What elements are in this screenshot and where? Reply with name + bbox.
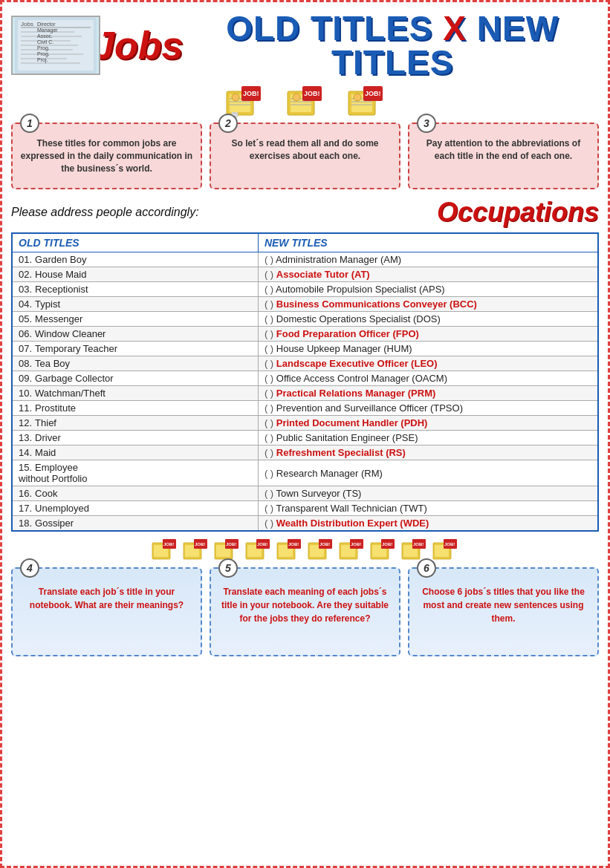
- old-title-cell: 05.Messenger: [12, 312, 258, 327]
- row-number: 13.: [19, 432, 32, 443]
- new-title-cell: ( ) Town Surveyor (TS): [258, 486, 598, 501]
- bottom-box-num-6: 6: [417, 558, 436, 578]
- page: Jobs Director Manager Assoc. Civil C. Pr…: [0, 0, 610, 868]
- old-title-cell: 17.Unemployed: [12, 501, 258, 516]
- bottom-box-5: 5 Translate each meaning of each jobs´s …: [210, 567, 400, 656]
- new-title-cell: ( ) Business Communications Conveyer (BC…: [258, 297, 598, 312]
- newspaper-icon-3: JOB!: [347, 85, 386, 118]
- new-title-cell: ( ) Refreshment Specialist (RS): [258, 446, 598, 460]
- svg-text:Proj.: Proj.: [37, 57, 48, 63]
- bottom-box-num-4: 4: [20, 558, 39, 578]
- svg-text:Manager: Manager: [37, 27, 58, 33]
- old-title-cell: 10.Watchman/Theft: [12, 386, 258, 401]
- bottom-news-5: JOB!: [276, 539, 303, 561]
- row-number: 15.: [19, 462, 32, 473]
- bracket: ( ): [265, 254, 276, 265]
- instruction-box-3: 3 Pay attention to the abbreviations of …: [408, 123, 599, 189]
- bracket: ( ): [265, 402, 276, 414]
- bottom-news-7: JOB!: [339, 539, 366, 561]
- new-title-text: Office Access Control Manager (OACM): [276, 373, 447, 384]
- new-title-text: Town Surveyor (TS): [276, 488, 362, 499]
- bracket: ( ): [265, 388, 276, 399]
- old-title-text: Tea Boy: [35, 358, 70, 369]
- bottom-box-6: 6 Choose 6 jobs´s titles that you like t…: [408, 567, 599, 656]
- bracket: ( ): [265, 328, 276, 339]
- old-title-cell: 08.Tea Boy: [12, 356, 258, 371]
- bottom-news-8: JOB!: [370, 539, 397, 561]
- x-label: X: [443, 9, 467, 48]
- svg-text:Prog.: Prog.: [37, 45, 50, 51]
- row-number: 09.: [19, 373, 32, 384]
- old-title-cell: 01.Garden Boy: [12, 252, 258, 267]
- new-title-text: Landscape Executive Officer (LEO): [276, 358, 438, 369]
- bracket: ( ): [265, 468, 276, 479]
- new-title-text: Domestic Operations Specialist (DOS): [276, 313, 441, 324]
- table-row: 10.Watchman/Theft( ) Practical Relations…: [12, 386, 598, 401]
- old-title-text: Unemployed: [35, 503, 89, 514]
- bracket: ( ): [265, 518, 276, 529]
- bracket: ( ): [265, 343, 276, 354]
- jobs-title: Jobs: [93, 26, 183, 65]
- row-number: 17.: [19, 503, 32, 514]
- new-title-text: Food Preparation Officer (FPO): [276, 328, 419, 339]
- old-title-cell: 03.Receptionist: [12, 282, 258, 297]
- bracket: ( ): [265, 313, 276, 324]
- jobs-logo: Jobs Director Manager Assoc. Civil C. Pr…: [11, 16, 100, 75]
- bottom-newspaper-row: JOB! JOB! JOB! JOB! JOB! JOB! JOB! JOB! …: [11, 539, 599, 561]
- old-title-cell: 09.Garbage Collector: [12, 371, 258, 386]
- newspaper-svg-1: JOB! 📰: [225, 85, 264, 118]
- row-number: 02.: [19, 269, 32, 280]
- main-title: OLD TITLES X NEW TITLES: [186, 11, 599, 79]
- instruction-num-3: 3: [417, 114, 436, 133]
- new-title-text: Public Sanitation Engineer (PSE): [276, 432, 418, 443]
- svg-text:JOB!: JOB!: [444, 542, 455, 546]
- row-number: 03.: [19, 284, 32, 295]
- table-row: 02.House Maid( ) Associate Tutor (AT): [12, 267, 598, 282]
- newspaper-bg: Jobs Director Manager Assoc. Civil C. Pr…: [11, 16, 100, 75]
- old-title-cell: 02.House Maid: [12, 267, 258, 282]
- newspaper-icon-2: JOB!: [286, 85, 325, 118]
- svg-text:JOB!: JOB!: [382, 542, 392, 546]
- old-title-cell: 13.Driver: [12, 431, 258, 446]
- svg-text:JOB!: JOB!: [319, 542, 330, 546]
- table-row: 15.Employeewithout Portfolio( ) Research…: [12, 460, 598, 486]
- row-number: 18.: [19, 518, 32, 529]
- new-title-cell: ( ) Transparent Wall Technician (TWT): [258, 501, 598, 516]
- row-number: 08.: [19, 358, 32, 369]
- old-title-cell: 12.Thief: [12, 416, 258, 431]
- svg-point-26: [232, 94, 239, 101]
- new-title-text: Business Communications Conveyer (BCC): [276, 298, 477, 310]
- svg-text:Assoc.: Assoc.: [37, 33, 53, 39]
- occupations-title: Occupations: [437, 197, 599, 228]
- row-number: 06.: [19, 328, 32, 339]
- new-title-text: Wealth Distribution Expert (WDE): [276, 518, 429, 529]
- new-title-cell: ( ) Administration Manager (AM): [258, 252, 598, 267]
- row-number: 05.: [19, 313, 32, 324]
- old-title-text: Window Cleaner: [35, 328, 106, 339]
- svg-text:Director: Director: [37, 22, 56, 27]
- table-row: 14.Maid( ) Refreshment Specialist (RS): [12, 446, 598, 460]
- instruction-box-1: 1 These titles for common jobs are expre…: [11, 123, 202, 189]
- table-row: 09.Garbage Collector( ) Office Access Co…: [12, 371, 598, 386]
- old-title-text: Driver: [35, 432, 61, 443]
- new-title-cell: ( ) House Upkeep Manager (HUM): [258, 342, 598, 356]
- svg-text:JOB!: JOB!: [243, 90, 259, 97]
- new-title-cell: ( ) Domestic Operations Specialist (DOS): [258, 312, 598, 327]
- svg-point-43: [354, 94, 361, 101]
- old-title-text: House Maid: [35, 269, 86, 280]
- new-title-cell: ( ) Landscape Executive Officer (LEO): [258, 356, 598, 371]
- old-title-text: Prostitute: [35, 402, 76, 414]
- bottom-box-4: 4 Translate each job´s title in your not…: [11, 567, 202, 656]
- instruction-text-3: Pay attention to the abbreviations of ea…: [415, 137, 591, 163]
- svg-text:JOB!: JOB!: [195, 542, 205, 546]
- svg-text:JOB!: JOB!: [226, 542, 236, 546]
- newspaper-svg-2: JOB!: [286, 85, 325, 118]
- row-number: 01.: [19, 254, 32, 265]
- new-title-cell: ( ) Public Sanitation Engineer (PSE): [258, 431, 598, 446]
- row-number: 10.: [19, 388, 32, 399]
- old-title-cell: 16.Cook: [12, 486, 258, 501]
- new-title-cell: ( ) Printed Document Handler (PDH): [258, 416, 598, 431]
- svg-text:JOB!: JOB!: [304, 90, 320, 97]
- new-title-cell: ( ) Food Preparation Officer (FPO): [258, 327, 598, 342]
- table-row: 16.Cook( ) Town Surveyor (TS): [12, 486, 598, 501]
